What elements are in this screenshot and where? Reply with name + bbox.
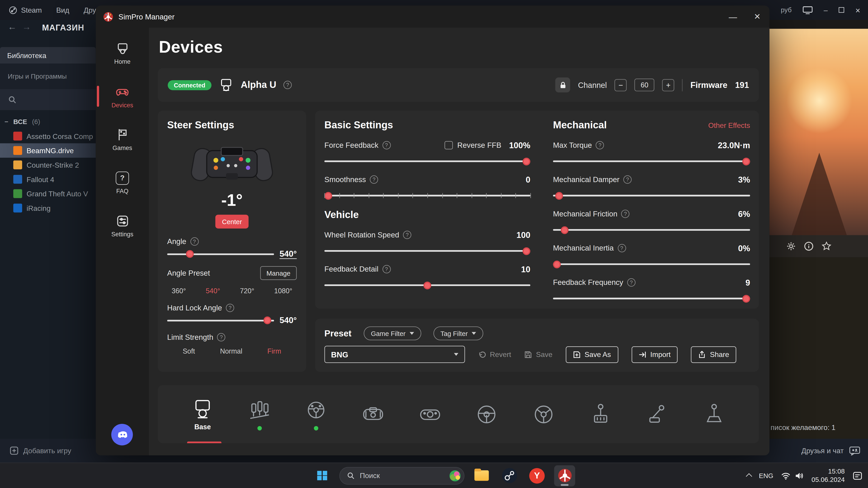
preset-select[interactable]: BNG [324, 346, 465, 363]
limit-soft[interactable]: Soft [183, 348, 195, 355]
tray-chevron-up-icon[interactable] [746, 473, 752, 480]
language-indicator[interactable]: ENG [759, 472, 773, 480]
mech-friction-slider[interactable] [553, 225, 750, 234]
taskbar-explorer[interactable] [471, 465, 492, 486]
import-button[interactable]: Import [631, 346, 678, 363]
stream-monitor-icon[interactable] [803, 6, 813, 14]
save-button[interactable]: Save [524, 350, 553, 359]
center-button[interactable]: Center [215, 215, 249, 228]
star-icon[interactable] [822, 241, 831, 251]
forward-arrow[interactable]: → [22, 22, 31, 32]
smoothness-help-icon[interactable]: ? [370, 175, 378, 184]
back-arrow[interactable]: ← [8, 22, 17, 32]
carousel-item-shifter[interactable] [583, 402, 618, 426]
manage-button[interactable]: Manage [260, 266, 297, 280]
game-filter-dropdown[interactable]: Game Filter [364, 326, 421, 340]
library-search[interactable] [0, 89, 96, 110]
games-programs-header[interactable]: Игры и Программы [0, 64, 96, 89]
tray-status-icons[interactable] [781, 472, 804, 480]
limit-normal[interactable]: Normal [220, 348, 242, 355]
steam-close-button[interactable]: × [855, 5, 860, 15]
steam-menu-view[interactable]: Вид [56, 6, 69, 14]
angle-help-icon[interactable]: ? [190, 237, 198, 246]
library-tab[interactable]: Библиотека [0, 47, 96, 64]
steam-minimize-button[interactable]: – [824, 6, 828, 14]
game-row-beamng[interactable]: BeamNG.drive [0, 143, 96, 158]
carousel-item-base[interactable]: Base [185, 397, 220, 431]
channel-value[interactable]: 60 [634, 78, 654, 91]
discord-button[interactable] [111, 424, 133, 446]
feedback-detail-help-icon[interactable]: ? [382, 265, 391, 273]
taskbar-steam[interactable] [499, 465, 520, 486]
channel-plus-button[interactable]: + [662, 79, 675, 91]
preset-720[interactable]: 720° [240, 287, 254, 295]
wishlist-count[interactable]: писок желаемого: 1 [771, 423, 835, 431]
revert-button[interactable]: Revert [478, 350, 511, 359]
limit-firm[interactable]: Firm [268, 348, 281, 355]
sidebar-item-faq[interactable]: ? FAQ [96, 165, 149, 200]
force-feedback-help-icon[interactable]: ? [382, 141, 391, 149]
carousel-item-gt-wheel-2[interactable] [526, 402, 561, 426]
sidebar-item-devices[interactable]: Devices [96, 78, 149, 114]
angle-value[interactable]: 540° [280, 249, 297, 258]
app-minimize-button[interactable]: — [721, 5, 745, 28]
hard-lock-slider[interactable] [167, 316, 274, 324]
carousel-item-pedals[interactable] [242, 398, 277, 430]
game-row-fallout4[interactable]: Fallout 4 [0, 172, 96, 187]
lock-button[interactable] [555, 77, 570, 92]
carousel-item-steering-wheel[interactable] [299, 398, 333, 430]
tray-clock[interactable]: 15:08 05.06.2024 [811, 467, 845, 484]
preset-360[interactable]: 360° [172, 287, 186, 295]
game-row-iracing[interactable]: iRacing [0, 201, 96, 215]
carousel-item-sequential-shifter[interactable] [697, 402, 731, 426]
steam-menu-steam[interactable]: Steam [9, 6, 42, 14]
game-row-cs2[interactable]: Counter-Strike 2 [0, 158, 96, 172]
rotation-speed-help-icon[interactable]: ? [403, 230, 411, 239]
info-icon[interactable] [804, 241, 814, 251]
rotation-speed-slider[interactable] [324, 246, 530, 255]
sidebar-item-home[interactable]: Home [96, 35, 149, 71]
taskbar-yandex[interactable]: Y [526, 465, 548, 486]
reverse-ffb-checkbox[interactable] [445, 141, 453, 149]
steam-maximize-button[interactable] [839, 7, 844, 13]
app-close-button[interactable]: × [745, 5, 770, 28]
tag-filter-dropdown[interactable]: Tag Filter [433, 326, 483, 340]
feedback-frequency-help-icon[interactable]: ? [627, 278, 636, 287]
other-effects-link[interactable]: Other Effects [708, 121, 750, 129]
mech-damper-help-icon[interactable]: ? [623, 175, 632, 184]
hard-lock-help-icon[interactable]: ? [226, 304, 234, 312]
mech-inertia-slider[interactable] [553, 260, 750, 268]
device-info-icon[interactable]: ? [283, 81, 292, 89]
mech-inertia-help-icon[interactable]: ? [618, 244, 626, 252]
preset-540[interactable]: 540° [206, 287, 220, 295]
max-torque-slider[interactable] [553, 157, 750, 165]
start-button[interactable] [312, 465, 333, 486]
mech-friction-help-icon[interactable]: ? [621, 209, 629, 218]
gear-icon[interactable] [786, 241, 796, 251]
collapse-icon[interactable]: − [4, 118, 8, 126]
friends-chat-button[interactable]: Друзья и чат [801, 446, 868, 455]
channel-minus-button[interactable]: − [615, 79, 627, 91]
angle-slider[interactable] [167, 249, 274, 258]
max-torque-help-icon[interactable]: ? [596, 141, 604, 149]
store-hero-image[interactable] [770, 29, 868, 236]
share-button[interactable]: Share [691, 346, 737, 363]
limit-strength-help-icon[interactable]: ? [217, 333, 225, 341]
force-feedback-slider[interactable] [324, 157, 530, 165]
carousel-item-formula-rim-1[interactable] [356, 402, 391, 426]
game-row-assetto[interactable]: Assetto Corsa Comp [0, 129, 96, 143]
add-game-button[interactable]: Добавить игру [0, 447, 71, 455]
feedback-detail-slider[interactable] [324, 281, 530, 289]
sidebar-item-settings[interactable]: Settings [96, 208, 149, 243]
feedback-frequency-slider[interactable] [553, 294, 750, 302]
carousel-item-handbrake[interactable] [640, 402, 675, 426]
taskbar-search[interactable]: Поиск [339, 467, 464, 484]
smoothness-slider[interactable] [324, 191, 530, 200]
save-as-button[interactable]: Save As [566, 346, 618, 363]
carousel-item-formula-rim-2[interactable] [413, 402, 447, 426]
sidebar-item-games[interactable]: Games [96, 122, 149, 157]
preset-1080[interactable]: 1080° [274, 287, 292, 295]
game-row-gtav[interactable]: Grand Theft Auto V [0, 186, 96, 201]
mech-damper-slider[interactable] [553, 191, 750, 200]
taskbar-simpro[interactable] [554, 465, 575, 486]
